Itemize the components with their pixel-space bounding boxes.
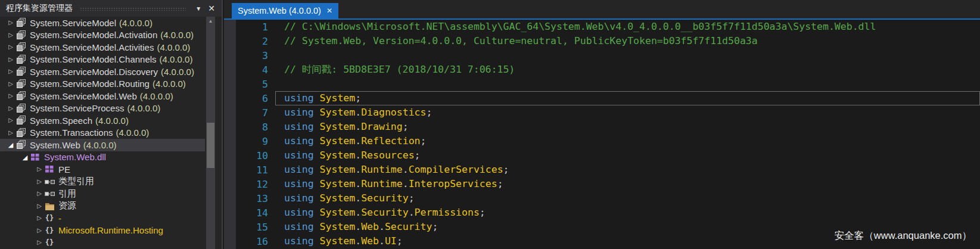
code-token: Reflection bbox=[361, 135, 420, 147]
expander-collapsed-icon[interactable]: ▷ bbox=[6, 41, 15, 53]
expander-collapsed-icon[interactable]: ▷ bbox=[6, 102, 15, 114]
tab-strip: System.Web (4.0.0.0) ✕ bbox=[224, 0, 980, 18]
code-token: CompilerServices bbox=[409, 164, 503, 175]
tree-item-system-servicemodel-channels[interactable]: ▷System.ServiceModel.Channels(4.0.0.0) bbox=[0, 54, 205, 66]
tree-item-system-transactions[interactable]: ▷System.Transactions(4.0.0.0) bbox=[0, 127, 205, 139]
code-token: using bbox=[284, 192, 314, 204]
tree-item-system-servicemodel-routing[interactable]: ▷System.ServiceModel.Routing(4.0.0.0) bbox=[0, 78, 205, 91]
tree-item-label: System.ServiceModel.Activation bbox=[30, 30, 157, 40]
tree-item-pe[interactable]: ▷PE bbox=[0, 163, 205, 176]
tree-item-label: 引用 bbox=[58, 188, 76, 200]
tree-item-system-servicemodel-activities[interactable]: ▷System.ServiceModel.Activities(4.0.0.0) bbox=[0, 41, 205, 54]
glyph-margin bbox=[224, 20, 236, 249]
assembly-icon bbox=[15, 116, 26, 125]
code-line: 9using System.Reflection; bbox=[224, 134, 980, 148]
line-number: 2 bbox=[236, 36, 275, 47]
assembly-version: (4.0.0.0) bbox=[127, 103, 160, 113]
code-token bbox=[314, 92, 320, 104]
code-token: // System.Web, Version=4.0.0.0, Culture=… bbox=[284, 35, 758, 46]
scrollbar-up-arrow-icon[interactable]: ▲ bbox=[206, 17, 215, 26]
expander-expanded-icon[interactable]: ◢ bbox=[20, 151, 30, 163]
panel-close-icon[interactable]: ✕ bbox=[205, 4, 218, 13]
line-number: 15 bbox=[236, 222, 275, 233]
code-lines: 1// C:\Windows\Microsoft.NET\assembly\GA… bbox=[224, 20, 980, 248]
code-line: 5 bbox=[224, 77, 980, 91]
code-token: using bbox=[284, 92, 314, 104]
tab-close-icon[interactable]: ✕ bbox=[326, 7, 332, 15]
tree-item-system-web[interactable]: ◢System.Web(4.0.0.0) bbox=[0, 139, 205, 151]
assembly-tree[interactable]: ▷System.ServiceModel(4.0.0.0)▷System.Ser… bbox=[0, 17, 205, 249]
tree-item-system-web-dll[interactable]: ◢System.Web.dll bbox=[0, 151, 205, 164]
code-token: using bbox=[284, 107, 314, 118]
code-editor[interactable]: 1// C:\Windows\Microsoft.NET\assembly\GA… bbox=[224, 20, 980, 249]
tree-item-system-serviceprocess[interactable]: ▷System.ServiceProcess(4.0.0.0) bbox=[0, 102, 205, 115]
scrollbar-thumb[interactable] bbox=[207, 123, 214, 168]
tree-item--[interactable]: ▷类型引用 bbox=[0, 176, 205, 188]
expander-collapsed-icon[interactable]: ▷ bbox=[35, 176, 44, 188]
code-token: ; bbox=[415, 150, 421, 161]
braces-icon: {} bbox=[44, 226, 55, 235]
code-token: ; bbox=[409, 192, 415, 204]
code-token: using bbox=[284, 135, 314, 147]
tree-item--[interactable]: ▷资源 bbox=[0, 200, 205, 213]
tree-item--[interactable]: ▷引用 bbox=[0, 188, 205, 200]
expander-collapsed-icon[interactable]: ▷ bbox=[6, 17, 15, 29]
tree-item-system-servicemodel[interactable]: ▷System.ServiceModel(4.0.0.0) bbox=[0, 17, 205, 29]
tree-item-microsoft-runtime-hosting[interactable]: ▷{}Microsoft.Runtime.Hosting bbox=[0, 225, 205, 237]
tree-item[interactable]: ▷{} bbox=[0, 236, 205, 249]
code-text: using System.Resources; bbox=[275, 148, 980, 163]
code-token bbox=[314, 164, 320, 175]
expander-collapsed-icon[interactable]: ▷ bbox=[6, 127, 15, 139]
assembly-version: (4.0.0.0) bbox=[153, 79, 186, 89]
code-token: . bbox=[403, 164, 409, 175]
code-token: . bbox=[355, 121, 361, 132]
tree-item-label: System.ServiceModel bbox=[30, 18, 116, 28]
expander-collapsed-icon[interactable]: ▷ bbox=[6, 90, 15, 102]
tree-item-system-speech[interactable]: ▷System.Speech(4.0.0.0) bbox=[0, 114, 205, 127]
code-token: ; bbox=[426, 107, 432, 118]
line-number: 8 bbox=[236, 122, 275, 133]
code-token: . bbox=[355, 107, 361, 118]
expander-collapsed-icon[interactable]: ▷ bbox=[6, 78, 15, 90]
expander-collapsed-icon[interactable]: ▷ bbox=[6, 114, 15, 126]
assembly-icon bbox=[15, 91, 26, 101]
tree-item-system-servicemodel-activation[interactable]: ▷System.ServiceModel.Activation(4.0.0.0) bbox=[0, 29, 205, 42]
code-token: ; bbox=[432, 221, 438, 232]
tree-scrollbar[interactable]: ▲ bbox=[206, 17, 215, 249]
tree-item-label: System.Web.dll bbox=[44, 152, 106, 162]
tree-item-system-servicemodel-web[interactable]: ▷System.ServiceModel.Web(4.0.0.0) bbox=[0, 90, 205, 102]
code-token: using bbox=[284, 235, 314, 247]
expander-collapsed-icon[interactable]: ▷ bbox=[35, 163, 44, 175]
tree-item--[interactable]: ▷{}- bbox=[0, 212, 205, 225]
assembly-icon bbox=[15, 18, 26, 27]
code-token bbox=[314, 135, 320, 147]
tree-item-system-servicemodel-discovery[interactable]: ▷System.ServiceModel.Discovery(4.0.0.0) bbox=[0, 66, 205, 78]
code-token: System bbox=[320, 178, 356, 189]
expander-collapsed-icon[interactable]: ▷ bbox=[35, 212, 44, 224]
expander-collapsed-icon[interactable]: ▷ bbox=[35, 225, 44, 236]
code-line: 13using System.Security; bbox=[224, 191, 980, 206]
code-line: 14using System.Security.Permissions; bbox=[224, 206, 980, 220]
expander-collapsed-icon[interactable]: ▷ bbox=[6, 66, 15, 77]
assembly-icon bbox=[15, 55, 26, 64]
tree-item-label: System.Speech bbox=[30, 116, 92, 126]
code-text: using System.Diagnostics; bbox=[275, 105, 980, 120]
braces-icon: {} bbox=[44, 238, 55, 247]
panel-menu-caret-icon[interactable]: ▼ bbox=[192, 4, 205, 13]
code-token: UI bbox=[385, 235, 397, 247]
code-token: System bbox=[320, 164, 356, 175]
expander-collapsed-icon[interactable]: ▷ bbox=[35, 200, 44, 212]
code-token: Web bbox=[361, 221, 379, 232]
expander-collapsed-icon[interactable]: ▷ bbox=[6, 29, 15, 41]
assembly-version: (4.0.0.0) bbox=[160, 30, 194, 40]
expander-expanded-icon[interactable]: ◢ bbox=[6, 139, 15, 151]
code-token: . bbox=[355, 135, 361, 147]
code-token: ; bbox=[480, 207, 486, 218]
expander-collapsed-icon[interactable]: ▷ bbox=[6, 54, 15, 66]
line-number: 1 bbox=[236, 21, 275, 33]
tree-item-label: System.ServiceProcess bbox=[30, 103, 124, 113]
tree-item-label: 资源 bbox=[58, 200, 76, 211]
tab-system-web[interactable]: System.Web (4.0.0.0) ✕ bbox=[232, 3, 338, 18]
expander-collapsed-icon[interactable]: ▷ bbox=[35, 236, 44, 248]
expander-collapsed-icon[interactable]: ▷ bbox=[35, 188, 44, 200]
